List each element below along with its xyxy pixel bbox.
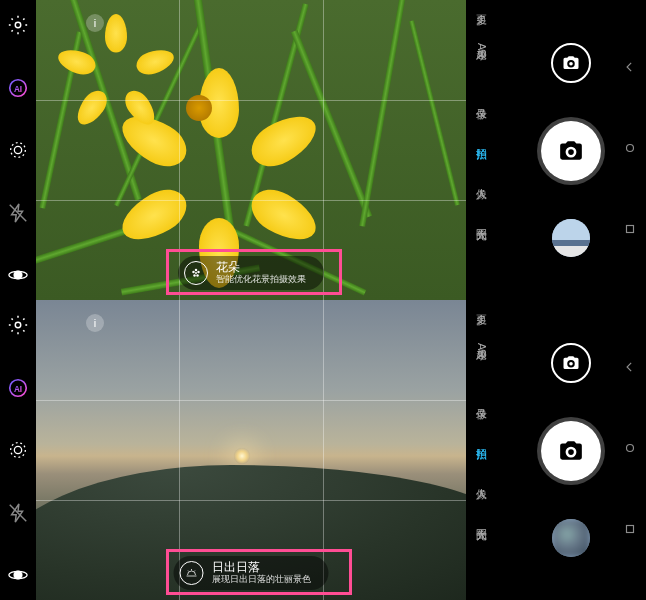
svg-rect-17 xyxy=(627,226,634,233)
badge-title: 日出日落 xyxy=(212,561,311,574)
live-photo-icon[interactable] xyxy=(7,139,29,161)
gallery-thumbnail[interactable] xyxy=(552,219,590,257)
svg-point-31 xyxy=(568,449,574,455)
svg-point-10 xyxy=(197,271,200,274)
svg-point-30 xyxy=(569,362,573,366)
badge-title: 花朵 xyxy=(216,261,306,274)
viewfinder[interactable]: i 花朵 智能优化花景拍摄效果 xyxy=(36,0,466,300)
scene-badge[interactable]: 花朵 智能优化花景拍摄效果 xyxy=(178,256,324,290)
settings-icon[interactable] xyxy=(7,314,29,336)
flash-off-icon[interactable] xyxy=(7,202,29,224)
badge-text: 日出日落 展现日出日落的壮丽景色 xyxy=(212,561,311,585)
svg-point-8 xyxy=(195,272,197,274)
badge-subtitle: 展现日出日落的壮丽景色 xyxy=(212,574,311,585)
svg-point-18 xyxy=(15,322,21,328)
switch-camera-button[interactable] xyxy=(551,343,591,383)
switch-camera-button[interactable] xyxy=(551,43,591,83)
svg-line-28 xyxy=(188,571,189,572)
svg-text:AI: AI xyxy=(14,84,22,93)
left-toolbar: AI xyxy=(0,300,36,600)
color-mode-icon[interactable] xyxy=(7,264,29,286)
mode-ar[interactable]: 乐趣 AR xyxy=(474,340,489,358)
live-photo-icon[interactable] xyxy=(7,439,29,461)
svg-point-21 xyxy=(14,446,21,453)
svg-point-15 xyxy=(568,149,574,155)
svg-rect-33 xyxy=(627,526,634,533)
info-char: i xyxy=(94,17,96,29)
svg-point-13 xyxy=(192,271,195,274)
badge-text: 花朵 智能优化花景拍摄效果 xyxy=(216,261,306,285)
svg-point-14 xyxy=(569,62,573,66)
svg-point-0 xyxy=(15,22,21,28)
svg-point-32 xyxy=(627,445,634,452)
svg-point-22 xyxy=(11,443,26,458)
scene-badge[interactable]: 日出日落 展现日出日落的壮丽景色 xyxy=(174,556,329,590)
mode-ar[interactable]: 乐趣 AR xyxy=(474,40,489,58)
nav-recent-icon[interactable] xyxy=(623,222,637,240)
shutter-button[interactable] xyxy=(537,117,605,185)
nav-recent-icon[interactable] xyxy=(623,522,637,540)
badge-subtitle: 智能优化花景拍摄效果 xyxy=(216,274,306,285)
nav-home-icon[interactable] xyxy=(623,441,637,459)
svg-point-11 xyxy=(196,274,199,277)
camera-screen-flower: AI xyxy=(0,0,646,300)
nav-home-icon[interactable] xyxy=(623,141,637,159)
nav-back-icon[interactable] xyxy=(623,360,637,378)
android-nav xyxy=(620,0,640,300)
ai-icon[interactable]: AI xyxy=(7,377,29,399)
ai-icon[interactable]: AI xyxy=(7,77,29,99)
left-toolbar: AI xyxy=(0,0,36,300)
svg-point-16 xyxy=(627,145,634,152)
svg-point-4 xyxy=(11,143,26,158)
shutter-button[interactable] xyxy=(537,417,605,485)
svg-point-12 xyxy=(193,274,196,277)
preview-image-flower xyxy=(36,0,466,300)
nav-back-icon[interactable] xyxy=(623,60,637,78)
android-nav xyxy=(620,300,640,600)
preview-image-sunset xyxy=(36,300,466,600)
gallery-thumbnail[interactable] xyxy=(552,519,590,557)
mode-strip[interactable]: 更多 乐趣 AR 录像 拍照 人像 大光圈 xyxy=(466,300,496,600)
flash-off-icon[interactable] xyxy=(7,502,29,524)
flower-icon xyxy=(184,261,208,285)
sun-icon xyxy=(180,561,204,585)
svg-point-3 xyxy=(14,146,21,153)
svg-text:AI: AI xyxy=(14,384,22,393)
info-char: i xyxy=(94,317,96,329)
svg-point-9 xyxy=(195,269,198,272)
mode-strip[interactable]: 更多 乐趣 AR 录像 拍照 人像 大光圈 xyxy=(466,0,496,300)
settings-icon[interactable] xyxy=(7,14,29,36)
info-icon[interactable]: i xyxy=(86,14,104,32)
camera-screen-sunset: AI i 日出日落 展现日出日落的壮丽景色 更多 乐趣 AR 录像 拍照 人像 … xyxy=(0,300,646,600)
viewfinder[interactable]: i 日出日落 展现日出日落的壮丽景色 xyxy=(36,300,466,600)
info-icon[interactable]: i xyxy=(86,314,104,332)
svg-line-29 xyxy=(194,571,195,572)
color-mode-icon[interactable] xyxy=(7,564,29,586)
